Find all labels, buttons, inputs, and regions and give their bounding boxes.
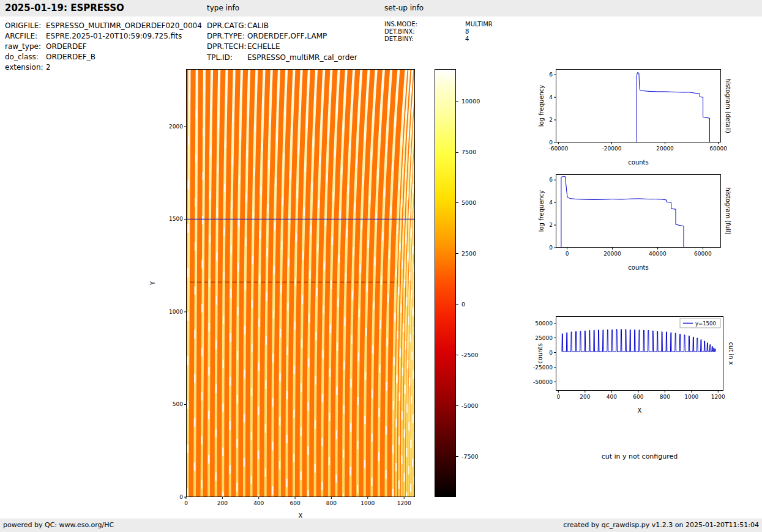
footer-bar: powered by QC: www.eso.org/HC created by… <box>0 519 762 532</box>
svg-text:0: 0 <box>556 394 560 400</box>
colorbar-tick-label: -7500 <box>461 453 479 460</box>
colorbar-tick-mark <box>456 304 458 305</box>
svg-text:40000: 40000 <box>649 251 667 257</box>
ins-mode-value: MULTIMR <box>465 21 493 28</box>
svg-text:y=1500: y=1500 <box>695 320 716 327</box>
svg-text:400: 400 <box>253 500 264 506</box>
svg-text:50000: 50000 <box>535 320 553 327</box>
svg-text:20000: 20000 <box>656 146 674 152</box>
ins-mode-label: INS.MODE: <box>384 21 417 28</box>
det-biny-label: DET.BINY: <box>384 35 414 42</box>
colorbar: 100007500500025000-2500-5000-7500 <box>435 69 456 497</box>
colorbar-tick-mark <box>456 355 458 355</box>
svg-text:2000: 2000 <box>169 124 183 130</box>
svg-text:1000: 1000 <box>169 309 183 315</box>
svg-text:2: 2 <box>549 222 553 228</box>
hist-full-side-label: histogram (full) <box>725 187 731 234</box>
svg-text:4: 4 <box>549 199 553 205</box>
raw-frame-plot: 0200400600800100012000500100015002000 <box>186 69 415 497</box>
svg-text:800: 800 <box>326 500 337 506</box>
hist-detail-x-label: counts <box>556 159 721 166</box>
colorbar-gradient <box>435 69 456 497</box>
colorbar-tick-label: 2500 <box>461 250 476 257</box>
det-binx-value: 8 <box>465 28 469 35</box>
svg-text:60000: 60000 <box>694 251 712 257</box>
colorbar-tick-label: -2500 <box>461 352 479 358</box>
svg-text:400: 400 <box>607 394 617 400</box>
extension-label: extension: <box>5 63 43 72</box>
svg-text:1000: 1000 <box>684 394 698 400</box>
colorbar-tick-mark <box>456 102 458 102</box>
rawtype-value: ORDERDEF <box>46 42 87 51</box>
arcfile-value: ESPRE.2025-01-20T10:59:09.725.fits <box>46 32 182 40</box>
svg-text:60000: 60000 <box>709 146 727 152</box>
det-biny-value: 4 <box>465 35 469 42</box>
svg-text:0: 0 <box>184 500 188 506</box>
svg-text:2: 2 <box>549 117 553 123</box>
svg-text:25000: 25000 <box>535 335 553 341</box>
arcfile-label: ARCFILE: <box>5 32 37 40</box>
dpr-type-value: ORDERDEF,OFF,LAMP <box>247 32 327 40</box>
dpr-catg-value: CALIB <box>247 21 269 30</box>
svg-text:0: 0 <box>549 245 553 251</box>
hist-full-y-label: log frequency <box>538 190 545 232</box>
dpr-tech-value: ECHELLE <box>247 42 280 51</box>
histogram-detail-plot: -60000-2000020000600000246 <box>556 69 721 142</box>
svg-text:6: 6 <box>549 72 553 78</box>
svg-text:200: 200 <box>580 394 590 400</box>
type-info-section-label: type info <box>207 0 239 17</box>
cut-in-x-plot: 020040060080010001200-50000-250000250005… <box>556 316 723 391</box>
svg-text:-25000: -25000 <box>533 364 553 371</box>
extension-value: 2 <box>46 63 51 72</box>
svg-text:0: 0 <box>549 350 553 356</box>
cut-x-x-label: X <box>556 407 723 414</box>
histogram-full-plot: 02000040000600000246 <box>556 174 721 248</box>
colorbar-tick-mark <box>456 202 458 203</box>
svg-text:1200: 1200 <box>397 500 411 506</box>
colorbar-tick-mark <box>456 253 458 254</box>
origfile-value: ESPRESSO_MULTIMR_ORDERDEF020_0004 <box>46 21 202 30</box>
top-header-bar: 2025-01-19: ESPRESSO type info set-up in… <box>0 0 762 17</box>
colorbar-tick-label: 10000 <box>461 98 480 105</box>
svg-text:4: 4 <box>549 94 553 100</box>
svg-text:-50000: -50000 <box>533 379 553 385</box>
svg-text:0: 0 <box>549 139 553 146</box>
dpr-tech-label: DPR.TECH: <box>207 42 247 51</box>
hist-detail-y-label: log frequency <box>538 85 545 127</box>
svg-text:600: 600 <box>633 394 643 400</box>
svg-text:-60000: -60000 <box>548 146 568 152</box>
svg-text:1200: 1200 <box>711 394 725 400</box>
footer-powered-by: powered by QC: www.eso.org/HC <box>3 519 114 532</box>
svg-text:500: 500 <box>173 401 183 407</box>
colorbar-tick-label: 7500 <box>461 149 476 155</box>
colorbar-tick-mark <box>456 152 458 153</box>
det-binx-label: DET.BINX: <box>384 28 415 35</box>
cut-y-note: cut in y not configured <box>556 453 723 460</box>
cut-x-y-label: counts <box>537 343 543 363</box>
svg-text:6: 6 <box>549 177 553 183</box>
doclass-value: ORDERDEF_B <box>46 53 95 61</box>
dpr-catg-label: DPR.CATG: <box>207 21 247 30</box>
svg-text:1500: 1500 <box>169 216 183 222</box>
svg-text:200: 200 <box>217 500 228 506</box>
hist-detail-side-label: histogram (detail) <box>725 78 731 133</box>
tpl-id-value: ESPRESSO_multiMR_cal_order <box>247 53 357 62</box>
tpl-id-label: TPL.ID: <box>207 53 233 62</box>
colorbar-tick-label: -5000 <box>461 402 479 409</box>
svg-text:0: 0 <box>566 251 569 257</box>
cut-x-side-label: cut in x <box>728 342 734 364</box>
colorbar-tick-label: 5000 <box>461 199 476 206</box>
main-y-axis-label: Y <box>149 281 156 285</box>
svg-text:0: 0 <box>179 494 183 500</box>
origfile-label: ORIGFILE: <box>5 21 41 30</box>
colorbar-tick-mark <box>456 405 458 406</box>
svg-text:1000: 1000 <box>360 500 375 506</box>
hist-full-x-label: counts <box>556 264 721 271</box>
footer-created-by: created by qc_rawdisp.py v1.2.3 on 2025-… <box>563 519 759 532</box>
svg-text:800: 800 <box>660 394 670 400</box>
rawtype-label: raw_type: <box>5 42 41 51</box>
dpr-type-label: DPR.TYPE: <box>207 32 245 40</box>
doclass-label: do_class: <box>5 53 39 61</box>
svg-text:20000: 20000 <box>603 251 621 257</box>
colorbar-tick-mark <box>456 456 458 457</box>
